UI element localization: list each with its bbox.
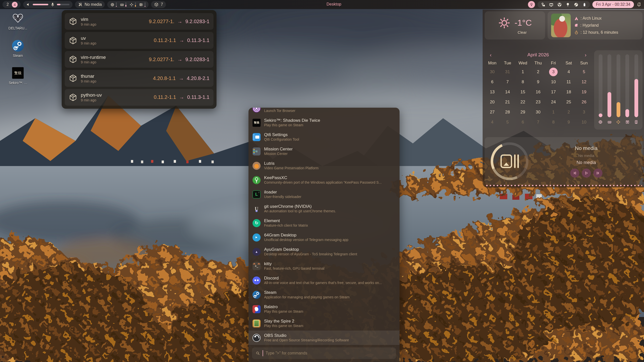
launcher-search-input[interactable]: Type ">" for commands	[252, 347, 396, 359]
launcher-app-row[interactable]: Slay the Spire 2 Play this game on Steam	[248, 316, 400, 331]
calendar-date-cell[interactable]: 16	[530, 87, 546, 97]
battery-tray-icon[interactable]	[582, 2, 587, 7]
package-update-time: 9 min ago	[81, 60, 106, 64]
system-monitor-module[interactable]	[107, 1, 149, 8]
workspaces-module[interactable]: 2 4	[3, 1, 21, 8]
calendar-date-cell[interactable]: 7	[500, 77, 515, 87]
calendar-date-cell[interactable]: 9	[561, 117, 577, 127]
calendar-date-cell[interactable]: 30	[485, 67, 500, 77]
calendar-date-cell[interactable]: 2	[530, 67, 546, 77]
update-row[interactable]: python-uv 9 min ago 0.11.2-1.1 → 0.11.3-…	[65, 89, 213, 106]
update-row[interactable]: uv 9 min ago 0.11.2-1.1 → 0.11.3-1.1	[65, 32, 213, 49]
calendar-date-cell[interactable]: 29	[515, 107, 530, 117]
calendar-date-cell[interactable]: 4	[485, 117, 500, 127]
volume-slider[interactable]	[33, 4, 48, 5]
desktop-icon-deltarune[interactable]: DELTARU...	[4, 12, 32, 30]
mic-slider[interactable]	[57, 4, 69, 5]
idle-inhibitor-button[interactable]	[528, 1, 535, 8]
launcher-app-row[interactable]: Steam Application for managing and playi…	[248, 288, 400, 302]
pause-bars-icon	[514, 154, 519, 168]
media-chip[interactable]: No media	[75, 1, 105, 8]
clock[interactable]: Fri 3 Apr - 00:32:34	[592, 1, 634, 8]
arrow-icon: →	[179, 37, 184, 43]
calendar-date-cell[interactable]: 31	[500, 67, 515, 77]
launcher-app-row[interactable]: OBS Studio Free and Open Source Streamin…	[248, 331, 400, 345]
calendar-date-cell[interactable]: 12	[576, 77, 592, 87]
launcher-app-row[interactable]: Lutris Video Game Preservation Platform	[248, 158, 400, 173]
calendar-date-cell[interactable]: 3	[546, 67, 561, 77]
old-version: 0.11.2-1.1	[154, 37, 176, 43]
launcher-app-row[interactable]: ▲ 64Gram Desktop Unofficial desktop vers…	[248, 230, 400, 245]
update-row[interactable]: thunar 9 min ago 4.20.8-1.1 → 4.20.8-2.1	[65, 70, 213, 87]
steam-tray-icon[interactable]	[574, 2, 579, 7]
launcher-app-row[interactable]: L iloader User-friendly sideloader	[248, 187, 400, 202]
calendar-date-cell[interactable]: 26	[576, 97, 592, 107]
calendar-date-cell[interactable]: 15	[515, 87, 530, 97]
play-button[interactable]	[582, 169, 591, 178]
calendar-date-cell[interactable]: 14	[500, 87, 515, 97]
launcher-app-row[interactable]: Balatro Play this game on Steam	[248, 302, 400, 316]
next-track-button[interactable]	[593, 169, 602, 178]
calendar-date-cell[interactable]: 6	[515, 117, 530, 127]
launcher-app-row[interactable]: Discord All-in-one voice and text chat f…	[248, 273, 400, 288]
obs-tray-icon[interactable]	[557, 2, 562, 7]
calendar-date-cell[interactable]: 5	[576, 67, 592, 77]
calendar-date-cell[interactable]: 13	[485, 87, 500, 97]
calendar-date-cell[interactable]: 10	[576, 117, 592, 127]
old-version: 9.2.0277-1.	[149, 57, 174, 62]
calendar-date-cell[interactable]: 10	[546, 77, 561, 87]
calendar-date-cell[interactable]: 11	[561, 77, 577, 87]
desktop-icon-sekiro[interactable]: 隻狼 Sekiro™: ...	[4, 67, 32, 85]
calendar-date-cell[interactable]: 22	[515, 97, 530, 107]
calendar-date-cell[interactable]: 4	[561, 67, 577, 77]
calendar-prev-button[interactable]: ‹	[488, 52, 493, 58]
network-tray-icon[interactable]	[549, 2, 554, 7]
calendar-date-cell[interactable]: 27	[485, 107, 500, 117]
previous-track-button[interactable]	[570, 169, 579, 178]
launcher-app-row[interactable]: >_ kitty Fast, feature-rich, GPU based t…	[248, 259, 400, 273]
calendar-date-cell[interactable]: 1	[546, 107, 561, 117]
calendar-date-cell[interactable]: 3	[576, 107, 592, 117]
launcher-app-row[interactable]: U git userChrome (NVIDIA) An automation …	[248, 202, 400, 216]
calendar-date-cell[interactable]: 9	[530, 77, 546, 87]
calendar-date-cell[interactable]: 21	[500, 97, 515, 107]
calendar-date-cell[interactable]: 8	[546, 117, 561, 127]
keepassxc-tray-icon[interactable]	[541, 2, 545, 7]
no-media-icon	[78, 2, 83, 7]
calendar-date-cell[interactable]: 19	[576, 87, 592, 97]
calendar-date-cell[interactable]: 6	[485, 77, 500, 87]
launcher-app-row[interactable]: ▲ AyuGram Desktop Desktop version of Ayu…	[248, 245, 400, 259]
update-row[interactable]: vim 9 min ago 9.2.0277-1. → 9.2.0283-1	[65, 13, 213, 30]
app-description: Fast, feature-rich, GPU based terminal	[264, 266, 325, 271]
launcher-app-row[interactable]: ≈ Mission Center Mission Center	[248, 144, 400, 158]
ram-icon	[607, 120, 612, 124]
calendar-date-cell[interactable]: 23	[530, 97, 546, 107]
calendar-date-cell[interactable]: 17	[546, 87, 561, 97]
calendar-date-cell[interactable]: 18	[561, 87, 577, 97]
calendar-date-cell[interactable]: 8	[515, 77, 530, 87]
notification-bell-icon[interactable]	[636, 2, 641, 7]
calendar-date-cell[interactable]: 25	[561, 97, 577, 107]
calendar-date-cell[interactable]: 20	[485, 97, 500, 107]
calendar-date-cell[interactable]: 30	[530, 107, 546, 117]
launcher-app-row[interactable]: KeePassXC Community-driven port of the W…	[248, 173, 400, 187]
calendar-date-cell[interactable]: 7	[530, 117, 546, 127]
calendar-date-cell[interactable]: 2	[561, 107, 577, 117]
update-row[interactable]: vim-runtime 9 min ago 9.2.0277-1. → 9.2.…	[65, 51, 213, 68]
volume-module[interactable]	[23, 1, 73, 8]
calendar-date-cell[interactable]: 5	[500, 117, 515, 127]
calendar-date-cell[interactable]: 1	[515, 67, 530, 77]
calendar-date-cell[interactable]: 24	[546, 97, 561, 107]
lightbulb-tray-icon[interactable]	[565, 2, 570, 7]
launcher-app-row[interactable]: ↻ Element Feature-rich client for Matrix	[248, 216, 400, 230]
desktop-icon-steam[interactable]: Steam	[4, 40, 32, 58]
calendar-next-button[interactable]: ›	[583, 52, 588, 58]
launcher-app-row[interactable]: 隻狼 Sekiro™: Shadows Die Twice Play this …	[248, 115, 400, 130]
updates-chip[interactable]: 7	[151, 1, 166, 8]
launcher-app-row[interactable]: Qt6 Settings Qt6 Configuration Tool	[248, 130, 400, 144]
launcher-app-row[interactable]: Tor Browser Launch Tor Browser	[248, 108, 400, 115]
calendar-date-cell[interactable]: 28	[500, 107, 515, 117]
workspace-2[interactable]: 2	[6, 2, 10, 7]
workspace-4-active[interactable]: 4	[12, 2, 18, 8]
app-icon	[253, 176, 261, 184]
